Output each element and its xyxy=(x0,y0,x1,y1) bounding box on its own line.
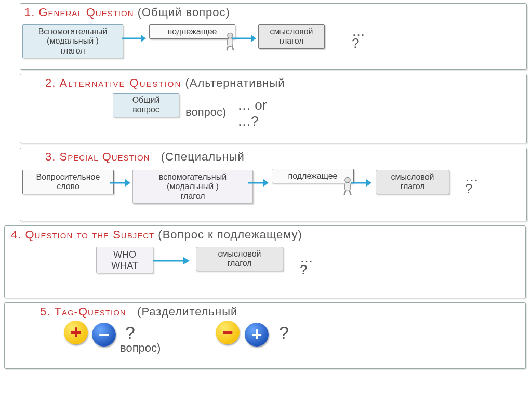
svg-line-4 xyxy=(227,47,228,51)
box-subject-2: подлежащее xyxy=(272,169,354,183)
section-1-title: 1. General Question (Общий вопрос) xyxy=(24,6,522,19)
svg-marker-9 xyxy=(125,179,130,187)
section-5-ru-pre: (Разделительный xyxy=(137,305,237,318)
box-aux-verb: Вспомогательный (модальный ) глагол xyxy=(22,24,123,58)
section-2-ru-pre: (Альтернативный xyxy=(185,76,285,89)
section-2-or: … or …? xyxy=(237,97,267,129)
panel-subject-question: 4. Question to the Subject (Вопрос к под… xyxy=(4,225,526,298)
minus-icon-2: − xyxy=(216,321,240,344)
svg-marker-19 xyxy=(183,257,190,264)
box-question-word: Вопросительное слово xyxy=(22,170,114,194)
box-who-what: WHO WHAT xyxy=(96,247,153,273)
section-3-title: 3. Special Question (Специальный xyxy=(45,150,522,164)
section-1-tail: …? xyxy=(352,25,365,50)
section-3-num: 3. xyxy=(45,150,56,163)
section-1-flow: Вспомогательный (модальный ) глагол подл… xyxy=(24,22,522,64)
arrow-icon xyxy=(153,256,190,265)
section-2-ru-suf: вопрос) xyxy=(185,105,226,119)
svg-line-14 xyxy=(344,191,345,195)
minus-icon: − xyxy=(92,323,116,347)
plus-icon-2: + xyxy=(245,323,269,347)
plus-icon: + xyxy=(64,321,88,344)
slide: 1. General Question (Общий вопрос) Вспом… xyxy=(0,0,532,399)
section-2-num: 2. xyxy=(45,76,56,89)
panel-general-question: 1. General Question (Общий вопрос) Вспом… xyxy=(20,3,527,70)
section-5-num: 5. xyxy=(40,305,50,318)
svg-marker-7 xyxy=(251,35,256,42)
section-4-en: Question to the Subject xyxy=(25,228,154,241)
panel-special-question: 3. Special Question (Специальный Вопроси… xyxy=(20,148,527,221)
box-general-question: Общий вопрос xyxy=(113,93,179,117)
box-main-verb-2: смысловой глагол xyxy=(376,170,449,194)
box-aux-verb-2: вспомогательный (модальный ) глагол xyxy=(132,170,253,204)
section-5-title: 5. Tag-Question (Разделительный xyxy=(40,305,521,318)
arrow-icon xyxy=(248,178,269,188)
arrow-icon xyxy=(122,34,146,43)
section-1-en: General Question xyxy=(38,6,134,19)
section-5-q1: ? xyxy=(125,323,135,343)
section-4-num: 4. xyxy=(11,228,21,241)
section-1-ru: (Общий вопрос) xyxy=(138,6,230,19)
box-subject: подлежащее xyxy=(149,24,235,39)
svg-marker-17 xyxy=(366,179,371,187)
arrow-icon xyxy=(351,178,371,188)
section-4-ru: (Вопрос к подлежащему) xyxy=(158,228,302,241)
svg-line-5 xyxy=(232,47,234,51)
section-5-q2: ? xyxy=(279,323,289,343)
arrow-icon xyxy=(232,34,256,43)
section-3-en: Special Question xyxy=(59,150,150,163)
panel-tag-question: 5. Tag-Question (Разделительный + − ? во… xyxy=(4,302,526,369)
box-subject-2-text: подлежащее xyxy=(288,171,338,180)
section-4-title: 4. Question to the Subject (Вопрос к под… xyxy=(11,228,521,242)
svg-rect-13 xyxy=(345,183,350,191)
svg-marker-1 xyxy=(141,35,146,42)
svg-line-15 xyxy=(350,191,351,195)
section-1-num: 1. xyxy=(24,6,35,19)
section-5-en: Tag-Question xyxy=(54,305,126,318)
svg-point-12 xyxy=(345,178,350,183)
box-main-verb-3: смысловой глагол xyxy=(196,247,283,271)
section-3-tail: …? xyxy=(465,171,478,195)
arrow-icon xyxy=(110,178,130,188)
section-4-tail: …? xyxy=(300,252,313,276)
section-5-ru-suf: вопрос) xyxy=(120,341,161,355)
section-2-title: 2. Alternative Question (Альтернативный xyxy=(45,76,522,90)
section-2-en: Alternative Question xyxy=(59,76,181,89)
box-subject-text: подлежащее xyxy=(168,27,217,36)
section-3-ru: (Специальный xyxy=(161,150,245,163)
svg-marker-11 xyxy=(263,179,269,187)
box-main-verb: смысловой глагол xyxy=(258,24,325,49)
panel-alternative-question: 2. Alternative Question (Альтернативный … xyxy=(20,74,527,143)
